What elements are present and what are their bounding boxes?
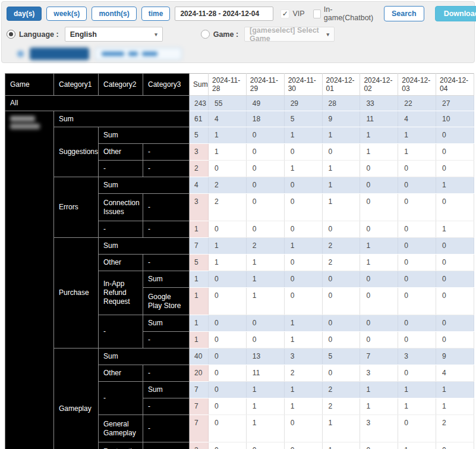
value-cell: 0 bbox=[209, 442, 247, 449]
value-cell: 0 bbox=[322, 221, 360, 238]
value-cell: 0 bbox=[246, 127, 284, 144]
value-cell: 0 bbox=[360, 177, 398, 194]
value-cell: 1 bbox=[209, 255, 247, 271]
sum-cell: 61 bbox=[190, 111, 209, 127]
sum-cell: 3 bbox=[190, 194, 209, 221]
value-cell: 0 bbox=[398, 161, 436, 177]
value-cell: 0 bbox=[322, 288, 360, 315]
value-cell: 10 bbox=[436, 111, 474, 127]
value-cell: 0 bbox=[360, 194, 398, 221]
value-cell: 0 bbox=[209, 332, 247, 348]
value-cell: 2 bbox=[209, 194, 247, 221]
value-cell: 0 bbox=[284, 255, 322, 271]
value-cell: 0 bbox=[436, 144, 474, 161]
value-cell: 0 bbox=[209, 161, 247, 177]
search-button[interactable]: Search bbox=[384, 6, 424, 21]
category-cell: - bbox=[143, 365, 190, 382]
value-cell: 1 bbox=[360, 238, 398, 255]
value-cell: 1 bbox=[246, 415, 284, 442]
value-cell: 0 bbox=[209, 348, 247, 365]
redacted-secondary-button[interactable] bbox=[95, 48, 182, 60]
sum-cell: 4 bbox=[190, 177, 209, 194]
value-cell: 0 bbox=[246, 442, 284, 449]
value-cell: 1 bbox=[284, 332, 322, 348]
value-cell: 0 bbox=[360, 332, 398, 348]
category-cell: Connection Issues bbox=[99, 194, 143, 221]
value-cell: 0 bbox=[436, 442, 474, 449]
value-cell: 2 bbox=[246, 238, 284, 255]
download-button[interactable]: Download bbox=[435, 6, 476, 21]
sum-cell: 7 bbox=[190, 398, 209, 415]
value-cell: 3 bbox=[360, 365, 398, 382]
language-radio[interactable] bbox=[7, 30, 15, 39]
value-cell: 3 bbox=[398, 348, 436, 365]
value-cell: 0 bbox=[209, 271, 247, 288]
time-button[interactable]: time bbox=[141, 7, 171, 21]
column-header: Game bbox=[5, 74, 54, 96]
game-label: Game : bbox=[213, 30, 238, 39]
value-cell: 1 bbox=[246, 382, 284, 398]
column-header: Category3 bbox=[143, 74, 190, 96]
column-header: 2024-11-30 bbox=[284, 74, 322, 96]
language-select[interactable]: English ▾ bbox=[65, 27, 163, 42]
value-cell: 0 bbox=[284, 442, 322, 449]
category-cell: - bbox=[143, 221, 190, 238]
category-cell: Sum bbox=[99, 348, 190, 365]
value-cell: 0 bbox=[398, 315, 436, 332]
value-cell: 1 bbox=[322, 177, 360, 194]
column-header: Sum bbox=[190, 74, 209, 96]
date-range-input[interactable] bbox=[175, 7, 273, 21]
table-row: SuggestionsSum51011110 bbox=[5, 127, 474, 144]
value-cell: 0 bbox=[436, 271, 474, 288]
column-header: 2024-11-29 bbox=[246, 74, 284, 96]
column-header: 2024-12-01 bbox=[322, 74, 360, 96]
value-cell: 0 bbox=[209, 365, 247, 382]
value-cell: 0 bbox=[322, 144, 360, 161]
value-cell: 7 bbox=[360, 348, 398, 365]
value-cell: 0 bbox=[209, 221, 247, 238]
value-cell: 0 bbox=[209, 398, 247, 415]
value-cell: 11 bbox=[360, 111, 398, 127]
game-select[interactable]: [gameselect] Select Game ▾ bbox=[244, 27, 335, 42]
value-cell: 0 bbox=[246, 332, 284, 348]
value-cell: 0 bbox=[398, 238, 436, 255]
value-cell: 0 bbox=[284, 194, 322, 221]
weeks-button[interactable]: week(s) bbox=[46, 7, 87, 21]
value-cell: 9 bbox=[436, 348, 474, 365]
category-cell: Sum bbox=[99, 177, 190, 194]
value-cell: 0 bbox=[398, 288, 436, 315]
value-cell: 0 bbox=[360, 315, 398, 332]
value-cell: 0 bbox=[398, 332, 436, 348]
category-cell: Sum bbox=[99, 238, 190, 255]
category-cell: - bbox=[143, 398, 190, 415]
value-cell: 2 bbox=[284, 365, 322, 382]
days-button[interactable]: day(s) bbox=[7, 7, 42, 21]
redacted-primary-button[interactable] bbox=[30, 48, 89, 60]
redacted-text bbox=[102, 52, 124, 56]
table-row: All24355492928332227 bbox=[5, 96, 474, 111]
table-row: Sum614185911410 bbox=[5, 111, 474, 127]
table-row: ErrorsSum42001001 bbox=[5, 177, 474, 194]
game-radio[interactable] bbox=[201, 30, 210, 39]
value-cell: 0 bbox=[284, 144, 322, 161]
value-cell: 1 bbox=[322, 415, 360, 442]
game-name-cell bbox=[5, 111, 54, 449]
value-cell: 11 bbox=[246, 365, 284, 382]
ingame-checkbox[interactable] bbox=[313, 10, 321, 18]
value-cell: 0 bbox=[209, 415, 247, 442]
value-cell: 0 bbox=[246, 221, 284, 238]
category-cell: Sum bbox=[54, 111, 190, 127]
value-cell: 4 bbox=[209, 111, 247, 127]
value-cell: 1 bbox=[246, 398, 284, 415]
sum-cell: 7 bbox=[190, 415, 209, 442]
vip-checkbox[interactable]: ✓ bbox=[280, 10, 289, 18]
category-cell: Google Play Store bbox=[143, 288, 190, 315]
value-cell: 1 bbox=[284, 161, 322, 177]
months-button[interactable]: month(s) bbox=[92, 7, 136, 21]
value-cell: 1 bbox=[436, 382, 474, 398]
vip-label: VIP bbox=[292, 10, 304, 18]
value-cell: 1 bbox=[284, 238, 322, 255]
category-cell: Other bbox=[99, 144, 143, 161]
category-cell: - bbox=[99, 221, 143, 238]
sum-cell: 7 bbox=[190, 382, 209, 398]
